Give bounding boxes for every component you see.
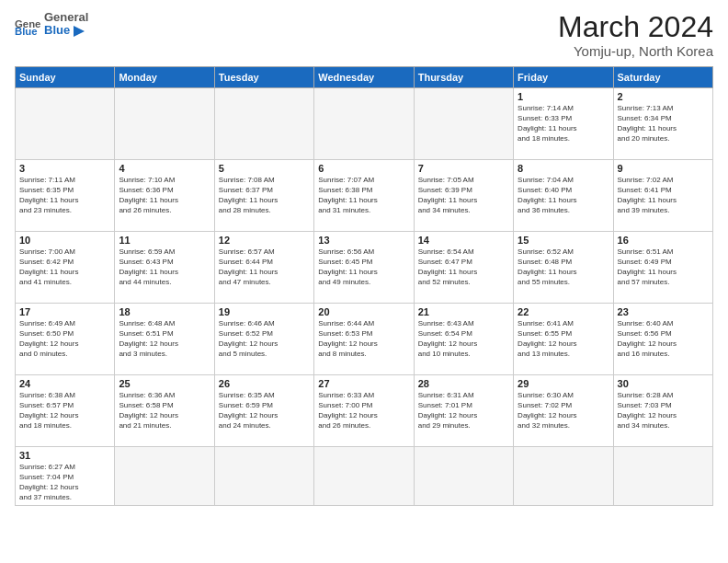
day-number: 26 (219, 378, 310, 389)
day-info: Sunrise: 7:02 AM Sunset: 6:41 PM Dayligh… (618, 176, 709, 215)
day-info: Sunrise: 7:11 AM Sunset: 6:35 PM Dayligh… (19, 176, 110, 215)
table-row: 24Sunrise: 6:38 AM Sunset: 6:57 PM Dayli… (16, 375, 115, 447)
header: General Blue General Blue March 2024 Yom… (15, 11, 713, 59)
table-row (314, 447, 414, 506)
day-number: 7 (418, 163, 509, 174)
table-row: 21Sunrise: 6:43 AM Sunset: 6:54 PM Dayli… (414, 304, 513, 375)
day-number: 18 (119, 306, 210, 317)
day-info: Sunrise: 7:08 AM Sunset: 6:37 PM Dayligh… (219, 176, 310, 215)
table-row: 2Sunrise: 7:13 AM Sunset: 6:34 PM Daylig… (613, 88, 712, 160)
table-row: 28Sunrise: 6:31 AM Sunset: 7:01 PM Dayli… (414, 375, 513, 447)
table-row: 15Sunrise: 6:52 AM Sunset: 6:48 PM Dayli… (514, 232, 613, 304)
day-info: Sunrise: 6:51 AM Sunset: 6:49 PM Dayligh… (618, 247, 709, 287)
day-info: Sunrise: 6:33 AM Sunset: 7:00 PM Dayligh… (318, 391, 409, 431)
weekday-header-row: Sunday Monday Tuesday Wednesday Thursday… (16, 67, 713, 88)
day-info: Sunrise: 6:38 AM Sunset: 6:57 PM Dayligh… (19, 391, 110, 431)
header-sunday: Sunday (16, 67, 115, 88)
table-row: 18Sunrise: 6:48 AM Sunset: 6:51 PM Dayli… (115, 304, 214, 375)
day-number: 19 (219, 306, 310, 317)
table-row: 12Sunrise: 6:57 AM Sunset: 6:44 PM Dayli… (214, 232, 313, 304)
table-row: 23Sunrise: 6:40 AM Sunset: 6:56 PM Dayli… (613, 304, 712, 375)
day-number: 5 (219, 163, 310, 174)
table-row: 4Sunrise: 7:10 AM Sunset: 6:36 PM Daylig… (115, 160, 214, 232)
day-number: 6 (318, 163, 409, 174)
table-row: 17Sunrise: 6:49 AM Sunset: 6:50 PM Dayli… (16, 304, 115, 375)
table-row: 19Sunrise: 6:46 AM Sunset: 6:52 PM Dayli… (214, 304, 313, 375)
logo-blue: Blue (44, 24, 88, 37)
day-number: 17 (19, 306, 110, 317)
table-row (115, 88, 214, 160)
table-row: 25Sunrise: 6:36 AM Sunset: 6:58 PM Dayli… (115, 375, 214, 447)
day-info: Sunrise: 6:52 AM Sunset: 6:48 PM Dayligh… (518, 247, 609, 287)
table-row: 16Sunrise: 6:51 AM Sunset: 6:49 PM Dayli… (613, 232, 712, 304)
header-saturday: Saturday (613, 67, 712, 88)
day-info: Sunrise: 7:00 AM Sunset: 6:42 PM Dayligh… (19, 247, 110, 287)
day-number: 22 (518, 306, 609, 317)
svg-text:Blue: Blue (15, 27, 38, 38)
logo-general: General (44, 11, 88, 24)
day-number: 15 (518, 235, 609, 246)
table-row: 6Sunrise: 7:07 AM Sunset: 6:38 PM Daylig… (314, 160, 414, 232)
header-wednesday: Wednesday (314, 67, 414, 88)
table-row (514, 447, 613, 506)
header-monday: Monday (115, 67, 214, 88)
day-info: Sunrise: 7:10 AM Sunset: 6:36 PM Dayligh… (119, 176, 210, 215)
table-row (414, 88, 513, 160)
table-row: 3Sunrise: 7:11 AM Sunset: 6:35 PM Daylig… (16, 160, 115, 232)
table-row: 27Sunrise: 6:33 AM Sunset: 7:00 PM Dayli… (314, 375, 414, 447)
table-row: 29Sunrise: 6:30 AM Sunset: 7:02 PM Dayli… (514, 375, 613, 447)
logo-triangle-icon (74, 26, 85, 37)
day-number: 9 (618, 163, 709, 174)
day-number: 4 (119, 163, 210, 174)
table-row (214, 88, 313, 160)
table-row: 7Sunrise: 7:05 AM Sunset: 6:39 PM Daylig… (414, 160, 513, 232)
title-block: March 2024 Yomju-up, North Korea (558, 11, 713, 59)
day-number: 8 (518, 163, 609, 174)
day-info: Sunrise: 6:41 AM Sunset: 6:55 PM Dayligh… (518, 319, 609, 359)
day-number: 29 (518, 378, 609, 389)
month-title: March 2024 (558, 11, 713, 43)
table-row: 22Sunrise: 6:41 AM Sunset: 6:55 PM Dayli… (514, 304, 613, 375)
table-row: 20Sunrise: 6:44 AM Sunset: 6:53 PM Dayli… (314, 304, 414, 375)
table-row: 8Sunrise: 7:04 AM Sunset: 6:40 PM Daylig… (514, 160, 613, 232)
day-info: Sunrise: 6:46 AM Sunset: 6:52 PM Dayligh… (219, 319, 310, 359)
page: General Blue General Blue March 2024 Yom… (0, 0, 728, 563)
table-row (115, 447, 214, 506)
day-info: Sunrise: 6:57 AM Sunset: 6:44 PM Dayligh… (219, 247, 310, 287)
table-row (214, 447, 313, 506)
day-number: 20 (318, 306, 409, 317)
table-row: 13Sunrise: 6:56 AM Sunset: 6:45 PM Dayli… (314, 232, 414, 304)
day-number: 30 (618, 378, 709, 389)
day-info: Sunrise: 6:49 AM Sunset: 6:50 PM Dayligh… (19, 319, 110, 359)
header-friday: Friday (514, 67, 613, 88)
day-number: 28 (418, 378, 509, 389)
day-info: Sunrise: 6:36 AM Sunset: 6:58 PM Dayligh… (119, 391, 210, 431)
day-number: 2 (618, 91, 709, 102)
table-row: 30Sunrise: 6:28 AM Sunset: 7:03 PM Dayli… (613, 375, 712, 447)
day-number: 1 (518, 91, 609, 102)
day-info: Sunrise: 6:40 AM Sunset: 6:56 PM Dayligh… (618, 319, 709, 359)
day-number: 23 (618, 306, 709, 317)
day-info: Sunrise: 7:07 AM Sunset: 6:38 PM Dayligh… (318, 176, 409, 215)
day-number: 10 (19, 235, 110, 246)
day-number: 27 (318, 378, 409, 389)
table-row (314, 88, 414, 160)
table-row: 5Sunrise: 7:08 AM Sunset: 6:37 PM Daylig… (214, 160, 313, 232)
day-number: 13 (318, 235, 409, 246)
day-info: Sunrise: 6:27 AM Sunset: 7:04 PM Dayligh… (19, 463, 110, 502)
svg-marker-3 (74, 26, 85, 37)
logo: General Blue General Blue (15, 11, 88, 38)
day-info: Sunrise: 7:05 AM Sunset: 6:39 PM Dayligh… (418, 176, 509, 215)
day-info: Sunrise: 6:44 AM Sunset: 6:53 PM Dayligh… (318, 319, 409, 359)
day-number: 31 (19, 450, 110, 461)
header-tuesday: Tuesday (214, 67, 313, 88)
day-info: Sunrise: 6:35 AM Sunset: 6:59 PM Dayligh… (219, 391, 310, 431)
table-row: 1Sunrise: 7:14 AM Sunset: 6:33 PM Daylig… (514, 88, 613, 160)
table-row: 10Sunrise: 7:00 AM Sunset: 6:42 PM Dayli… (16, 232, 115, 304)
calendar-table: Sunday Monday Tuesday Wednesday Thursday… (15, 66, 713, 506)
day-info: Sunrise: 7:14 AM Sunset: 6:33 PM Dayligh… (518, 104, 609, 144)
table-row: 26Sunrise: 6:35 AM Sunset: 6:59 PM Dayli… (214, 375, 313, 447)
day-info: Sunrise: 6:31 AM Sunset: 7:01 PM Dayligh… (418, 391, 509, 431)
day-number: 24 (19, 378, 110, 389)
day-info: Sunrise: 7:04 AM Sunset: 6:40 PM Dayligh… (518, 176, 609, 215)
